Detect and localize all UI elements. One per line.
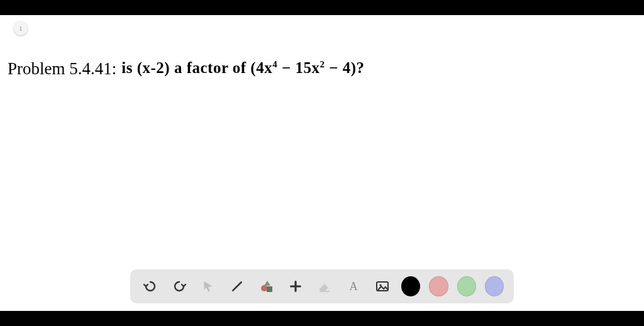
toolbar: A bbox=[130, 269, 514, 303]
image-button[interactable] bbox=[372, 276, 392, 297]
pointer-button[interactable] bbox=[198, 276, 218, 297]
problem-label: Problem 5.4.41: bbox=[8, 59, 116, 79]
image-icon bbox=[375, 279, 390, 294]
eraser-icon bbox=[317, 279, 332, 294]
problem-question: is (x-2) a factor of (4x4 − 15x2 − 4)? bbox=[121, 59, 364, 77]
svg-text:A: A bbox=[349, 280, 358, 293]
svg-point-0 bbox=[261, 285, 267, 291]
redo-button[interactable] bbox=[169, 276, 189, 297]
color-swatch-blue[interactable] bbox=[485, 276, 504, 296]
pencil-button[interactable] bbox=[227, 276, 247, 297]
problem-line: Problem 5.4.41: is (x-2) a factor of (4x… bbox=[8, 59, 636, 79]
eraser-button[interactable] bbox=[314, 276, 335, 297]
pointer-icon bbox=[201, 279, 215, 293]
text-icon: A bbox=[347, 279, 360, 293]
letterbox-top bbox=[0, 0, 644, 15]
pencil-icon bbox=[230, 279, 244, 293]
color-swatch-black[interactable] bbox=[401, 276, 420, 296]
text-button[interactable]: A bbox=[343, 276, 364, 297]
shapes-icon bbox=[259, 279, 274, 294]
redo-icon bbox=[172, 279, 187, 294]
color-swatch-red[interactable] bbox=[429, 276, 448, 296]
svg-rect-1 bbox=[267, 286, 272, 292]
page-number: 1 bbox=[19, 25, 23, 32]
undo-button[interactable] bbox=[140, 276, 160, 297]
undo-icon bbox=[143, 279, 158, 294]
add-button[interactable] bbox=[286, 276, 306, 297]
plus-icon bbox=[289, 279, 303, 293]
page-number-badge: 1 bbox=[14, 21, 28, 35]
shapes-button[interactable] bbox=[256, 276, 276, 297]
letterbox-bottom bbox=[0, 311, 644, 326]
color-swatch-green[interactable] bbox=[457, 276, 476, 296]
